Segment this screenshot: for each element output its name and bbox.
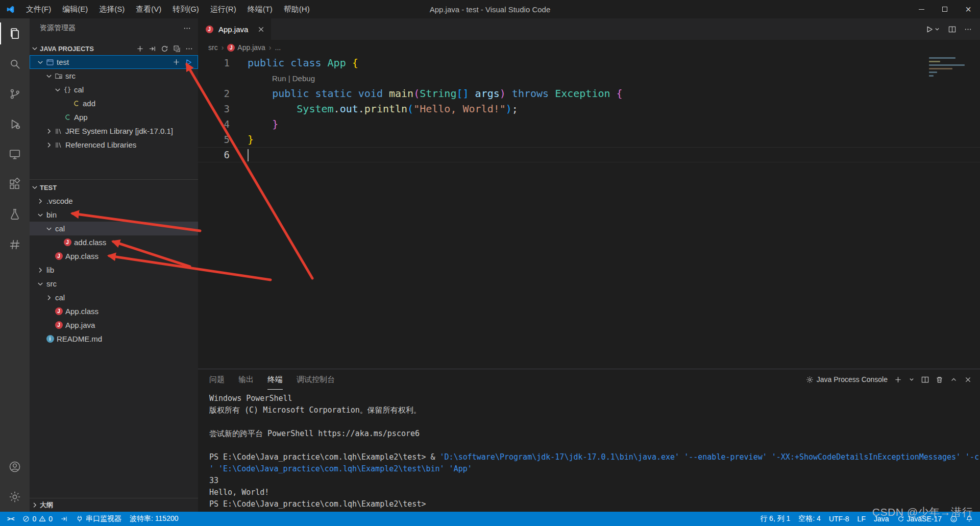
maximize-panel-icon[interactable] <box>950 376 958 384</box>
menu-item-4[interactable]: 转到(G) <box>167 0 205 18</box>
panel-tab-0[interactable]: 问题 <box>209 369 225 390</box>
line-number[interactable]: 1 <box>198 57 230 68</box>
menu-item-3[interactable]: 查看(V) <box>130 0 167 18</box>
java-project-item-cal[interactable]: {}cal <box>30 83 198 97</box>
testing-icon[interactable] <box>0 199 30 229</box>
plus-icon[interactable] <box>136 45 144 53</box>
breadcrumb-item-1[interactable]: JApp.java <box>227 43 265 52</box>
source-control-icon[interactable] <box>0 79 30 109</box>
menu-item-1[interactable]: 编辑(E) <box>57 0 93 18</box>
test-explorer-item-cal[interactable]: cal <box>30 291 198 304</box>
status-upload[interactable] <box>57 512 72 526</box>
menu-item-0[interactable]: 文件(F) <box>20 0 57 18</box>
terminal-dropdown-icon[interactable] <box>909 376 915 382</box>
chevron-right-icon[interactable] <box>44 141 54 149</box>
refresh-icon[interactable] <box>161 45 168 53</box>
java-projects-header[interactable]: JAVA PROJECTS <box>30 42 198 55</box>
chevron-down-icon[interactable] <box>44 225 54 233</box>
chevron-right-icon[interactable] <box>30 501 40 509</box>
explorer-icon[interactable] <box>0 18 30 49</box>
run-debug-icon[interactable] <box>0 109 30 139</box>
editor-more-actions-icon[interactable] <box>964 26 972 33</box>
test-explorer-item-src[interactable]: src <box>30 277 198 291</box>
run-java-button[interactable] <box>925 26 940 33</box>
account-icon[interactable] <box>0 451 30 482</box>
tab-app-java[interactable]: J App.java <box>198 18 271 40</box>
codelens-link[interactable]: Debug <box>292 74 315 83</box>
line-number[interactable]: 6 <box>198 149 230 160</box>
status-encoding[interactable]: UTF-8 <box>825 512 853 526</box>
minimize-button[interactable] <box>910 0 933 18</box>
java-project-item-test[interactable]: test <box>30 55 198 69</box>
settings-icon[interactable] <box>0 482 30 512</box>
split-editor-icon[interactable] <box>948 26 956 33</box>
explorer-more-actions-icon[interactable] <box>183 25 191 32</box>
line-number[interactable]: 3 <box>198 103 230 114</box>
chevron-down-icon[interactable] <box>30 44 40 53</box>
search-icon[interactable] <box>0 49 30 79</box>
chevron-down-icon[interactable] <box>53 86 62 94</box>
status-serial-monitor[interactable]: 串口监视器 <box>72 512 126 526</box>
chevron-down-icon[interactable] <box>44 72 54 80</box>
breadcrumb-item-2[interactable]: ... <box>275 43 281 52</box>
chevron-right-icon[interactable] <box>36 266 45 274</box>
codelens-link[interactable]: Run <box>272 74 286 83</box>
remote-explorer-icon[interactable] <box>0 139 30 169</box>
code-editor[interactable]: 1public class App {Run | Debug2 public s… <box>198 55 980 369</box>
status-baud-rate[interactable]: 波特率: 115200 <box>126 512 182 526</box>
line-number[interactable]: 2 <box>198 88 230 99</box>
java-project-item-app[interactable]: App <box>30 110 198 124</box>
close-panel-icon[interactable] <box>964 376 972 384</box>
status-cursor-position[interactable]: 行 6, 列 1 <box>756 512 794 526</box>
test-explorer-item-readme.md[interactable]: iREADME.md <box>30 332 198 346</box>
kill-terminal-icon[interactable] <box>936 376 943 384</box>
more-icon[interactable] <box>185 45 193 53</box>
close-button[interactable]: × <box>957 0 980 18</box>
chevron-right-icon[interactable] <box>44 127 54 135</box>
split-terminal-icon[interactable] <box>921 376 929 384</box>
platformio-icon[interactable] <box>0 229 30 259</box>
status-indentation[interactable]: 空格: 4 <box>794 512 825 526</box>
maximize-button[interactable] <box>933 0 957 18</box>
panel-tab-3[interactable]: 调试控制台 <box>297 369 335 390</box>
menu-item-7[interactable]: 帮助(H) <box>278 0 315 18</box>
breadcrumb-item-0[interactable]: src <box>208 43 218 52</box>
java-project-item-add[interactable]: add <box>30 97 198 110</box>
extensions-icon[interactable] <box>0 169 30 199</box>
panel-tab-2[interactable]: 终端 <box>267 369 283 390</box>
java-project-item-jre-system-library-jdk-17.0.1-[interactable]: JRE System Library [jdk-17.0.1] <box>30 124 198 138</box>
test-explorer-item-.vscode[interactable]: .vscode <box>30 194 198 208</box>
chevron-right-icon[interactable] <box>44 294 54 302</box>
close-tab-icon[interactable] <box>257 26 265 33</box>
new-terminal-icon[interactable] <box>894 376 902 384</box>
status-problems[interactable]: 00 <box>18 512 57 526</box>
collapse-icon[interactable] <box>173 45 181 53</box>
menu-item-2[interactable]: 选择(S) <box>93 0 130 18</box>
terminal-picker[interactable]: Java Process Console <box>806 375 888 384</box>
minimap[interactable] <box>929 57 972 79</box>
plus-button[interactable] <box>173 58 180 66</box>
chevron-down-icon[interactable] <box>36 58 45 66</box>
test-explorer-item-cal[interactable]: cal <box>30 222 198 235</box>
chevron-down-icon[interactable] <box>36 211 45 219</box>
test-explorer-item-add.class[interactable]: Jadd.class <box>30 235 198 249</box>
run-button[interactable] <box>185 59 192 66</box>
line-number[interactable]: 4 <box>198 118 230 130</box>
menu-item-6[interactable]: 终端(T) <box>242 0 278 18</box>
chevron-right-icon[interactable] <box>36 197 45 205</box>
chevron-down-icon[interactable] <box>36 280 45 288</box>
line-number[interactable]: 5 <box>198 134 230 145</box>
status-remote[interactable]: >< <box>3 512 18 526</box>
test-explorer-item-lib[interactable]: lib <box>30 263 198 277</box>
test-folder-header[interactable]: TEST <box>30 181 198 194</box>
test-explorer-item-app.java[interactable]: JApp.java <box>30 318 198 332</box>
test-explorer-item-app.class[interactable]: JApp.class <box>30 304 198 318</box>
terminal-output[interactable]: Windows PowerShell版权所有 (C) Microsoft Cor… <box>198 390 980 512</box>
java-project-item-src[interactable]: src <box>30 69 198 83</box>
test-explorer-item-app.class[interactable]: JApp.class <box>30 249 198 263</box>
panel-tab-1[interactable]: 输出 <box>238 369 254 390</box>
menu-item-5[interactable]: 运行(R) <box>205 0 242 18</box>
test-explorer-item-bin[interactable]: bin <box>30 208 198 222</box>
java-project-item-referenced-libraries[interactable]: Referenced Libraries <box>30 138 198 152</box>
export-icon[interactable] <box>149 45 156 53</box>
